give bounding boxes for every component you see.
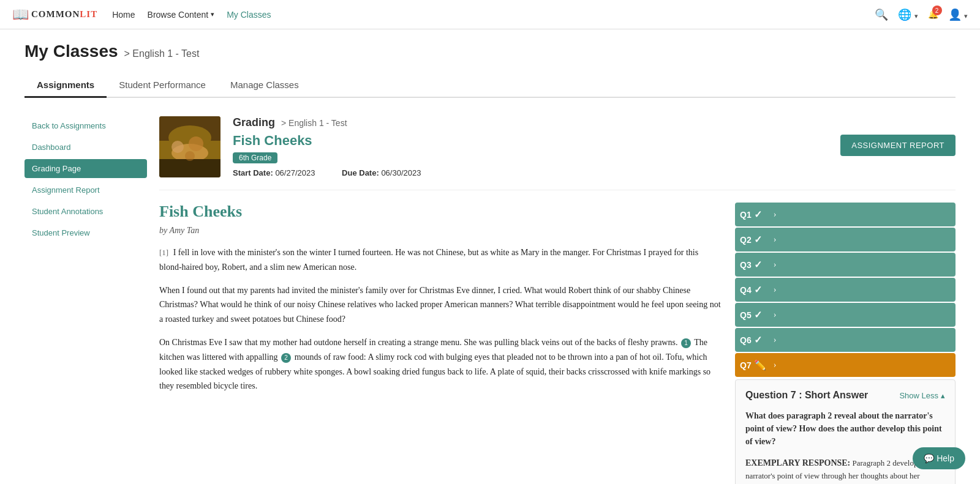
q5-check-icon: ✓ [754,309,762,321]
sidebar-item-back-to-assignments[interactable]: Back to Assignments [24,116,147,135]
q5-button[interactable]: Q5 ✓ › [735,303,956,327]
nav-browse-content[interactable]: Browse Content ▾ [148,10,215,20]
grade-badge: 6th Grade [233,152,277,163]
svg-rect-4 [159,159,221,177]
assignment-report-button[interactable]: ASSIGNMENT REPORT [840,135,956,156]
sidebar-item-dashboard[interactable]: Dashboard [24,138,147,157]
q4-arrow-icon: › [766,279,784,301]
grading-breadcrumb: > English 1 - Test [281,118,347,128]
sidebar-item-student-preview[interactable]: Student Preview [24,223,147,242]
footnote-2-icon: 2 [281,353,291,363]
chevron-up-icon: ▴ [941,391,945,400]
breadcrumb: > English 1 - Test [124,48,200,59]
question-buttons: Q1 ✓ › Q2 ✓ › Q3 ✓ › Q4 ✓ [735,203,956,378]
passage-paragraph-2: When I found out that my parents had inv… [159,283,723,327]
q6-button[interactable]: Q6 ✓ › [735,328,956,352]
q3-button[interactable]: Q3 ✓ › [735,253,956,277]
q7-button[interactable]: Q7 ✏️ › [735,353,956,377]
q1-check-icon: ✓ [754,209,762,220]
question-detail-title: Question 7 : Short Answer [745,390,868,401]
book-cover-image [159,116,221,177]
questions-panel: Q1 ✓ › Q2 ✓ › Q3 ✓ › Q4 ✓ [735,203,956,484]
reading-section: Fish Cheeks by Amy Tan [1] I fell in lov… [159,190,956,484]
grading-label: Grading [233,116,275,129]
passage-author: by Amy Tan [159,226,723,236]
logo-text: COMMONLIT [31,9,97,20]
sidebar-item-grading-page[interactable]: Grading Page [24,159,147,178]
q6-arrow-icon: › [766,329,784,351]
grading-header: Grading > English 1 - Test Fish Cheeks 6… [159,116,956,177]
help-button[interactable]: 💬 Help [913,447,965,469]
due-date: Due Date: 06/30/2023 [342,168,433,177]
logo-icon: 📖 [12,7,29,23]
search-icon[interactable]: 🔍 [875,8,888,21]
q3-arrow-icon: › [766,254,784,276]
page-title: My Classes [24,42,118,61]
tab-student-performance[interactable]: Student Performance [107,73,218,98]
q7-edit-icon: ✏️ [754,359,766,371]
navbar-right: 🔍 🌐 ▾ 🔔 2 👤 ▾ [875,8,968,21]
content-area: Back to Assignments Dashboard Grading Pa… [24,116,956,484]
page-wrapper: My Classes > English 1 - Test Assignment… [0,29,980,484]
passage-title: Fish Cheeks [159,203,723,221]
logo[interactable]: 📖 COMMONLIT [12,7,97,23]
sidebar: Back to Assignments Dashboard Grading Pa… [24,116,159,484]
q1-button[interactable]: Q1 ✓ › [735,203,956,226]
q2-check-icon: ✓ [754,234,762,245]
notification-count: 2 [932,6,942,15]
user-icon[interactable]: 👤 ▾ [948,8,968,21]
tab-assignments[interactable]: Assignments [24,73,107,98]
passage: Fish Cheeks by Amy Tan [1] I fell in lov… [159,203,735,484]
grading-info: Grading > English 1 - Test Fish Cheeks 6… [233,116,828,177]
main-content: Grading > English 1 - Test Fish Cheeks 6… [159,116,956,484]
nav-links: Home Browse Content ▾ My Classes [112,10,271,20]
browse-content-chevron-icon: ▾ [211,10,214,18]
q3-check-icon: ✓ [754,259,762,270]
passage-paragraph-3: On Christmas Eve I saw that my mother ha… [159,335,723,393]
sidebar-item-assignment-report[interactable]: Assignment Report [24,181,147,199]
dates: Start Date: 06/27/2023 Due Date: 06/30/2… [233,168,828,177]
svg-point-7 [185,151,195,161]
q4-button[interactable]: Q4 ✓ › [735,278,956,302]
nav-home[interactable]: Home [112,10,135,20]
q5-arrow-icon: › [766,304,784,326]
book-title: Fish Cheeks [233,133,828,149]
question-text: What does paragraph 2 reveal about the n… [745,409,945,448]
sidebar-item-student-annotations[interactable]: Student Annotations [24,202,147,221]
svg-point-5 [172,141,184,153]
tabs: Assignments Student Performance Manage C… [24,73,956,98]
nav-my-classes[interactable]: My Classes [227,10,271,20]
question-detail-header: Question 7 : Short Answer Show Less ▴ [745,390,945,401]
q1-arrow-icon: › [766,204,784,226]
globe-icon[interactable]: 🌐 ▾ [898,8,918,21]
q2-button[interactable]: Q2 ✓ › [735,228,956,251]
page-header: My Classes > English 1 - Test [24,42,956,61]
q7-arrow-icon: › [766,354,784,376]
q4-check-icon: ✓ [754,284,762,296]
start-date: Start Date: 06/27/2023 [233,168,330,177]
notifications[interactable]: 🔔 2 [928,9,938,20]
footnote-1-icon: 1 [681,338,691,348]
q2-arrow-icon: › [766,229,784,251]
book-cover [159,116,221,177]
show-less-button[interactable]: Show Less ▴ [899,391,945,400]
q6-check-icon: ✓ [754,334,762,346]
svg-point-6 [189,136,203,151]
passage-paragraph-1: [1] I fell in love with the minister's s… [159,245,723,275]
tab-manage-classes[interactable]: Manage Classes [218,73,311,98]
grading-title-row: Grading > English 1 - Test [233,116,828,129]
navbar: 📖 COMMONLIT Home Browse Content ▾ My Cla… [0,0,980,29]
